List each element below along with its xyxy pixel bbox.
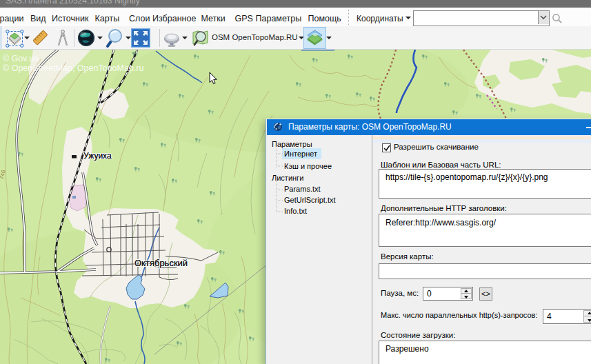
svg-text:© Gov.ua: © Gov.ua — [3, 54, 39, 63]
svg-text:© OpenStreetMap, OpenTopoMap.r: © OpenStreetMap, OpenTopoMap.ru — [3, 63, 144, 73]
svg-text:Октябрьский: Октябрьский — [134, 258, 188, 268]
svg-text:Ужуиха: Ужуиха — [83, 151, 112, 161]
